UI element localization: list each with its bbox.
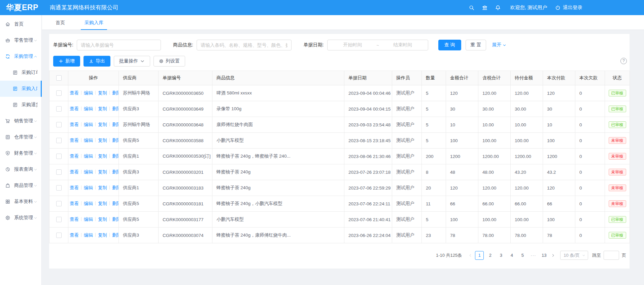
column-settings-button[interactable]: 列设置 [154,56,185,67]
row-checkbox[interactable] [56,233,62,238]
sidebar-item-goods[interactable]: 商品管理 [0,177,41,194]
page-size-select[interactable]: 10 条/页 [560,251,588,260]
sidebar-item-purchase-inbound[interactable]: 采购入库 [0,81,41,97]
sidebar-item-purchase-return[interactable]: 采购退货 [0,97,41,113]
next-page-icon[interactable] [549,251,557,260]
page-number-2[interactable]: 2 [486,251,495,260]
search-icon[interactable] [469,5,475,11]
sidebar-item-finance[interactable]: 财务管理 [0,145,41,161]
row-action-view[interactable]: 查看 [70,201,79,206]
row-action-copy[interactable]: 复制 [98,185,107,190]
help-icon[interactable]: ? [620,58,627,64]
row-action-edit[interactable]: 编辑 [84,122,93,127]
batch-operations-button[interactable]: 批量操作 [114,56,150,67]
row-action-view[interactable]: 查看 [70,217,79,222]
query-button[interactable]: 查 询 [438,40,461,50]
sidebar-item-basic-data[interactable]: 基本资料 [0,194,41,210]
row-action-delete[interactable]: 删除 [112,90,119,95]
row-action-copy[interactable]: 复制 [98,154,107,159]
row-checkbox[interactable] [56,201,62,206]
row-action-view[interactable]: 查看 [70,90,79,95]
page-number-1[interactable]: 1 [475,251,484,260]
row-action-delete[interactable]: 删除 [112,185,119,190]
row-checkbox[interactable] [56,90,62,96]
page-number-5[interactable]: 5 [518,251,527,260]
row-action-view[interactable]: 查看 [70,106,79,111]
sidebar-item-reports[interactable]: 报表查询 [0,161,41,177]
logout-button[interactable]: 退出登录 [555,4,582,11]
tax-total-cell: 100.00 [478,212,511,228]
add-button[interactable]: 新增 [53,56,80,67]
row-action-view[interactable]: 查看 [70,122,79,127]
row-action-delete[interactable]: 删除 [112,201,119,206]
row-action-copy[interactable]: 复制 [98,138,107,143]
row-action-copy[interactable]: 复制 [98,106,107,111]
row-action-edit[interactable]: 编辑 [84,138,93,143]
row-action-view[interactable]: 查看 [70,185,79,190]
sidebar-item-warehouse[interactable]: 仓库管理 [0,129,41,145]
bill-date-cell: 2023-07-26 23:07:18 [344,164,392,180]
sidebar-item-sales[interactable]: 销售管理 [0,113,41,129]
row-action-copy[interactable]: 复制 [98,90,107,95]
export-button[interactable]: 导出 [83,56,110,67]
row-action-edit[interactable]: 编辑 [84,201,93,206]
sidebar-item-retail[interactable]: 零售管理 [0,32,41,48]
select-all-checkbox[interactable] [56,75,62,81]
row-checkbox[interactable] [56,169,62,175]
grid-icon [5,199,10,204]
row-action-delete[interactable]: 删除 [112,169,119,174]
tax-total-cell: 48.00 [478,164,511,180]
expand-link[interactable]: 展开 [492,42,506,48]
row-action-edit[interactable]: 编辑 [84,90,93,95]
jump-page-input[interactable] [604,251,619,260]
tab-purchase-inbound[interactable]: 采购入库 [83,15,105,30]
row-action-edit[interactable]: 编辑 [84,169,93,174]
row-action-edit[interactable]: 编辑 [84,233,93,238]
row-action-view[interactable]: 查看 [70,138,79,143]
row-checkbox[interactable] [56,106,62,112]
reset-button[interactable]: 重 置 [466,40,486,50]
row-action-edit[interactable]: 编辑 [84,106,93,111]
bill-no-cell: CGRK00000003648 [159,117,212,133]
page-number-13[interactable]: 13 [540,251,548,260]
row-action-copy[interactable]: 复制 [98,201,107,206]
row-action-delete[interactable]: 删除 [112,138,119,143]
row-checkbox[interactable] [56,122,62,127]
row-checkbox[interactable] [56,217,62,222]
row-action-delete[interactable]: 删除 [112,154,119,159]
sidebar-item-purchase[interactable]: 采购管理 [0,48,41,65]
page-number-3[interactable]: 3 [497,251,505,260]
row-action-copy[interactable]: 复制 [98,217,107,222]
welcome-user[interactable]: 欢迎您, 测试用户 [510,4,547,11]
sidebar-item-system[interactable]: 系统管理 [0,210,41,226]
row-action-view[interactable]: 查看 [70,154,79,159]
page-number-4[interactable]: 4 [507,251,516,260]
row-action-edit[interactable]: 编辑 [84,217,93,222]
bank-icon[interactable] [482,5,488,11]
row-action-copy[interactable]: 复制 [98,169,107,174]
sidebar-item-purchase-order[interactable]: 采购订单 [0,65,41,81]
date-range-picker[interactable]: 开始时间 ~ 结束时间 [327,40,428,50]
row-action-copy[interactable]: 复制 [98,233,107,238]
row-action-delete[interactable]: 删除 [112,106,119,111]
amount-cell: 1200 [446,149,478,164]
sidebar-item-home[interactable]: 首页 [0,16,41,32]
row-action-delete[interactable]: 删除 [112,233,119,238]
due-cell: 100.00 [511,212,543,228]
tab-home[interactable]: 首页 [54,15,67,30]
row-checkbox[interactable] [56,138,62,143]
row-action-delete[interactable]: 删除 [112,122,119,127]
chevron-down-icon [34,135,37,139]
goods-info-input[interactable] [197,40,292,50]
row-checkbox[interactable] [56,185,62,191]
row-checkbox[interactable] [56,154,62,159]
bill-no-input[interactable] [77,40,161,50]
row-action-delete[interactable]: 删除 [112,217,119,222]
row-action-view[interactable]: 查看 [70,169,79,174]
row-action-edit[interactable]: 编辑 [84,154,93,159]
row-action-edit[interactable]: 编辑 [84,185,93,190]
bell-icon[interactable] [495,5,501,11]
prev-page-icon[interactable] [467,251,474,260]
row-action-copy[interactable]: 复制 [98,122,107,127]
row-action-view[interactable]: 查看 [70,233,79,238]
